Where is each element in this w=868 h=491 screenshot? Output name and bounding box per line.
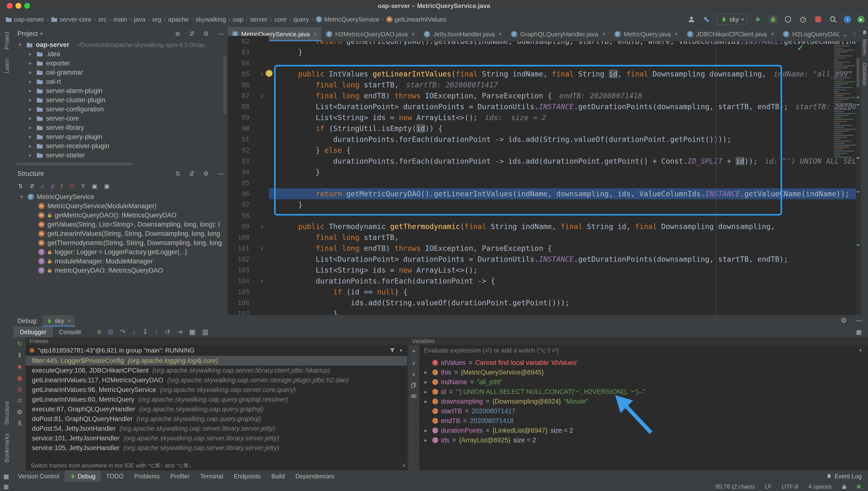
gear-icon[interactable]: ⚙ bbox=[203, 30, 209, 37]
variable-row-idValues[interactable]: !idValues = Cannot find local variable '… bbox=[419, 358, 868, 368]
show-anonymous-icon[interactable]: ∅ bbox=[69, 183, 74, 190]
line-number[interactable]: 82 bbox=[228, 36, 255, 47]
frame-row[interactable]: service:101, JettyJsonHandler(org.apache… bbox=[26, 433, 407, 443]
fold-marker[interactable] bbox=[255, 232, 269, 243]
code-line-105[interactable]: 105 if (id == null) { bbox=[228, 286, 861, 297]
show-execution-point-icon[interactable]: ⊙ bbox=[108, 328, 113, 336]
code-line-107[interactable]: 107 } bbox=[228, 308, 861, 315]
view-breakpoints-icon[interactable]: ◉ bbox=[17, 374, 23, 382]
fold-marker[interactable] bbox=[255, 145, 269, 156]
fold-marker[interactable] bbox=[255, 156, 269, 167]
gear-icon[interactable]: ⚙ bbox=[203, 170, 209, 177]
toolwindow-button-build[interactable]: Build bbox=[266, 470, 290, 482]
toolwindow-button-todo[interactable]: TODO bbox=[101, 470, 129, 482]
lock-icon[interactable] bbox=[842, 484, 847, 489]
show-classes-icon[interactable]: c bbox=[41, 183, 44, 190]
line-number[interactable]: 103 bbox=[228, 265, 255, 276]
fold-marker[interactable]: ∨ bbox=[255, 243, 269, 254]
expand-caret[interactable]: ▸ bbox=[422, 428, 429, 433]
variable-row-indName[interactable]: ▸indName = "all_p99" bbox=[419, 377, 868, 387]
code-line-100[interactable]: 100 final long startTB, bbox=[228, 232, 861, 243]
event-log-button[interactable]: Event Log bbox=[826, 473, 868, 480]
line-number[interactable]: 100 bbox=[228, 232, 255, 243]
intention-bulb-icon[interactable] bbox=[265, 70, 273, 77]
hide-panel-icon[interactable]: — bbox=[218, 170, 224, 177]
expand-caret[interactable]: ▸ bbox=[27, 134, 33, 140]
zoom-window-button[interactable] bbox=[24, 3, 30, 9]
project-tree-item[interactable]: ▸server-library bbox=[13, 123, 228, 132]
project-tree-item[interactable]: ▸server-receiver-plugin bbox=[13, 141, 228, 151]
fold-marker[interactable] bbox=[255, 112, 269, 123]
close-icon[interactable]: × bbox=[602, 31, 605, 37]
settings-gear-icon[interactable]: ⚙ bbox=[17, 408, 22, 416]
layout-settings-icon[interactable]: ≡ bbox=[97, 328, 101, 336]
project-panel-title[interactable]: Project bbox=[18, 30, 38, 37]
variable-row-ids[interactable]: ▸ids = {ArrayList@6925} size = 2 bbox=[419, 435, 868, 445]
breadcrumb-item[interactable]: server-core bbox=[51, 16, 91, 23]
breadcrumb-item[interactable]: CMetricQueryService bbox=[316, 16, 379, 23]
fold-marker[interactable]: ∨ bbox=[255, 90, 269, 101]
fold-marker[interactable] bbox=[255, 286, 269, 297]
hide-panel-icon[interactable]: — bbox=[856, 316, 862, 324]
chevron-down-icon[interactable]: ▾ bbox=[859, 347, 862, 353]
tool-stripe-project[interactable]: Project bbox=[3, 31, 10, 50]
user-icon[interactable] bbox=[687, 15, 696, 24]
structure-item[interactable]: flogger: Logger = LoggerFactory.getLogge… bbox=[13, 248, 228, 257]
editor-tab[interactable]: CJDBCHikariCPClient.java× bbox=[683, 27, 779, 41]
line-number[interactable]: 99 bbox=[228, 221, 255, 232]
drop-frame-icon[interactable]: ↺ bbox=[165, 328, 170, 336]
structure-panel-title[interactable]: Structure bbox=[18, 170, 44, 177]
stop-button[interactable] bbox=[814, 15, 822, 24]
group-by-icon[interactable]: Y bbox=[81, 183, 85, 190]
line-number[interactable]: 93 bbox=[228, 156, 255, 167]
code-line-101[interactable]: 101∨ final long endTB) throws IOExceptio… bbox=[228, 243, 861, 254]
locate-file-icon[interactable]: ⊕ bbox=[175, 30, 180, 37]
editor-tab[interactable]: CJettyJsonHandler.java× bbox=[419, 27, 507, 41]
tab-debugger[interactable]: Debugger bbox=[13, 327, 53, 337]
variable-row-startTB[interactable]: startTB = 202008071417 bbox=[419, 406, 868, 416]
fold-marker[interactable] bbox=[255, 134, 269, 145]
filter-icon[interactable] bbox=[389, 347, 396, 353]
editor-tab[interactable]: CGraphQLQueryHandler.java× bbox=[507, 27, 610, 41]
project-tree-item[interactable]: ▸server-core bbox=[13, 114, 228, 123]
line-number[interactable]: 87 bbox=[228, 90, 255, 101]
structure-item[interactable]: mgetValues(String, List<String>, Downsam… bbox=[13, 220, 228, 229]
code-line-102[interactable]: 102 List<DurationPoint> durationPoints =… bbox=[228, 254, 861, 265]
expand-caret[interactable]: ▸ bbox=[422, 389, 429, 395]
code-line-89[interactable]: 89 List<String> ids = new ArrayList<>();… bbox=[228, 112, 861, 123]
hidden-tabs-icon[interactable]: ⌄ bbox=[842, 30, 848, 38]
fold-marker[interactable] bbox=[255, 199, 269, 210]
tool-stripe-bookmarks[interactable]: Bookmarks bbox=[3, 433, 10, 462]
breadcrumb-item[interactable]: mgetLinearIntValues bbox=[386, 16, 446, 23]
profiler-button[interactable] bbox=[799, 15, 807, 24]
code-line-88[interactable]: 88 List<DurationPoint> durationPoints = … bbox=[228, 101, 861, 112]
tool-stripe-maven[interactable]: Maven bbox=[862, 39, 868, 55]
code-line-98[interactable]: 98 bbox=[228, 210, 861, 221]
tool-window-switcher-icon[interactable]: ▦ bbox=[0, 470, 12, 482]
tab-console[interactable]: Console bbox=[53, 327, 88, 337]
editor-tab[interactable]: CMetricQuery.java× bbox=[610, 27, 683, 41]
expand-caret[interactable]: ▸ bbox=[27, 79, 33, 85]
fold-marker[interactable] bbox=[255, 210, 269, 221]
structure-item[interactable]: mgetLinearIntValues(String, String, Down… bbox=[13, 229, 228, 238]
eye-icon[interactable] bbox=[411, 393, 416, 399]
project-tree-item[interactable]: ▸server-query-plugin bbox=[13, 132, 228, 141]
close-icon[interactable]: × bbox=[499, 31, 502, 37]
variable-row-downsampling[interactable]: ▸downsampling = {Downsampling@6924} "Min… bbox=[419, 397, 868, 406]
line-number[interactable]: 102 bbox=[228, 254, 255, 265]
code-line-85[interactable]: 85∨ public IntValues getLinearIntValues(… bbox=[228, 68, 861, 79]
line-number[interactable]: 105 bbox=[228, 286, 255, 297]
update-icon[interactable]: ↑ bbox=[844, 16, 851, 23]
collapse-all-icon[interactable]: ⇵ bbox=[189, 170, 195, 177]
code-line-91[interactable]: 91 durationPoints.forEach(durationPoint … bbox=[228, 134, 861, 145]
autoscroll-from-source-icon[interactable]: ▣ bbox=[104, 183, 110, 190]
expand-caret[interactable]: ▸ bbox=[27, 69, 33, 76]
structure-item[interactable]: fmoduleManager: ModuleManager bbox=[13, 257, 228, 266]
close-icon[interactable]: × bbox=[402, 462, 406, 469]
stop-icon[interactable]: ■ bbox=[18, 363, 22, 370]
collapse-all-icon[interactable]: ⇵ bbox=[189, 30, 195, 37]
show-properties-icon[interactable]: p bbox=[51, 183, 54, 190]
frame-row[interactable]: getLinearIntValues:117, H2MetricsQueryDA… bbox=[26, 375, 407, 385]
breadcrumb-item[interactable]: apache bbox=[168, 16, 189, 23]
frame-row[interactable]: getLinearIntValues:96, MetricQueryServic… bbox=[26, 385, 407, 395]
